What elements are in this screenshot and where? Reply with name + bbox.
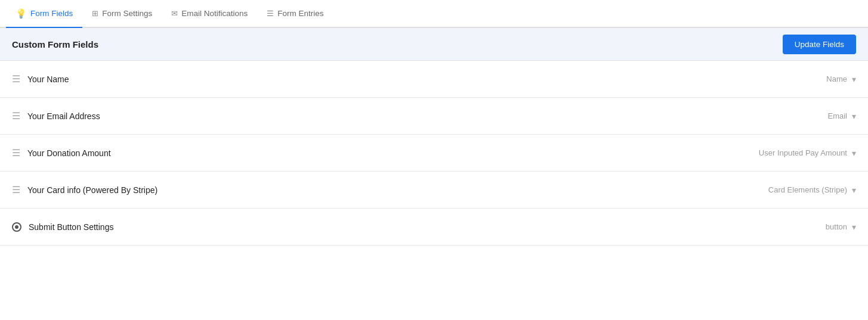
chevron-down-icon[interactable]: ▾ xyxy=(852,111,856,121)
page-title: Custom Form Fields xyxy=(12,39,98,49)
field-row-card[interactable]: ☰ Your Card info (Powered By Stripe) Car… xyxy=(0,172,868,209)
chevron-down-icon[interactable]: ▾ xyxy=(852,185,856,195)
tab-form-settings-label: Form Settings xyxy=(102,9,152,18)
tab-form-settings[interactable]: ⊞ Form Settings xyxy=(82,0,162,28)
field-right-donation: User Inputed Pay Amount ▾ xyxy=(759,148,856,158)
field-type-donation: User Inputed Pay Amount xyxy=(759,148,847,157)
tab-bar: 💡 Form Fields ⊞ Form Settings ✉ Email No… xyxy=(0,0,868,28)
field-left-donation: ☰ Your Donation Amount xyxy=(12,147,111,159)
tab-form-fields-label: Form Fields xyxy=(30,9,73,18)
field-label-name: Your Name xyxy=(27,74,69,84)
header-bar: Custom Form Fields Update Fields xyxy=(0,28,868,61)
drag-handle-icon[interactable]: ☰ xyxy=(12,184,20,195)
field-right-email: Email ▾ xyxy=(827,111,856,121)
field-left-submit: Submit Button Settings xyxy=(12,222,113,232)
field-type-card: Card Elements (Stripe) xyxy=(768,185,847,194)
field-label-donation: Your Donation Amount xyxy=(27,148,111,158)
chevron-down-icon[interactable]: ▾ xyxy=(852,148,856,158)
field-row-email[interactable]: ☰ Your Email Address Email ▾ xyxy=(0,98,868,135)
bulb-icon: 💡 xyxy=(16,8,27,19)
tab-form-entries-label: Form Entries xyxy=(277,9,323,18)
field-left-name: ☰ Your Name xyxy=(12,73,69,85)
field-left-card: ☰ Your Card info (Powered By Stripe) xyxy=(12,184,157,195)
tab-email-notifications-label: Email Notifications xyxy=(181,9,248,18)
tab-email-notifications[interactable]: ✉ Email Notifications xyxy=(162,0,257,28)
chevron-down-icon[interactable]: ▾ xyxy=(852,74,856,84)
update-fields-button[interactable]: Update Fields xyxy=(783,35,856,54)
field-row-submit[interactable]: Submit Button Settings button ▾ xyxy=(0,209,868,246)
envelope-icon: ✉ xyxy=(171,9,178,18)
field-row-name[interactable]: ☰ Your Name Name ▾ xyxy=(0,61,868,98)
chevron-down-icon[interactable]: ▾ xyxy=(852,222,856,232)
field-type-submit: button xyxy=(826,222,847,231)
field-label-submit: Submit Button Settings xyxy=(29,222,113,232)
field-right-card: Card Elements (Stripe) ▾ xyxy=(768,185,856,195)
drag-handle-icon[interactable]: ☰ xyxy=(12,110,20,122)
tab-form-fields[interactable]: 💡 Form Fields xyxy=(6,0,82,28)
field-row-donation[interactable]: ☰ Your Donation Amount User Inputed Pay … xyxy=(0,135,868,172)
field-right-name: Name ▾ xyxy=(826,74,856,84)
field-right-submit: button ▾ xyxy=(826,222,856,232)
list-icon: ☰ xyxy=(267,9,274,18)
field-type-email: Email xyxy=(827,111,847,120)
radio-icon xyxy=(12,222,21,232)
field-label-card: Your Card info (Powered By Stripe) xyxy=(27,185,157,195)
tab-form-entries[interactable]: ☰ Form Entries xyxy=(257,0,333,28)
drag-handle-icon[interactable]: ☰ xyxy=(12,147,20,159)
field-left-email: ☰ Your Email Address xyxy=(12,110,100,122)
field-label-email: Your Email Address xyxy=(27,111,100,121)
field-type-name: Name xyxy=(826,74,847,83)
drag-handle-icon[interactable]: ☰ xyxy=(12,73,20,85)
grid-icon: ⊞ xyxy=(92,9,98,18)
fields-list: ☰ Your Name Name ▾ ☰ Your Email Address … xyxy=(0,61,868,246)
